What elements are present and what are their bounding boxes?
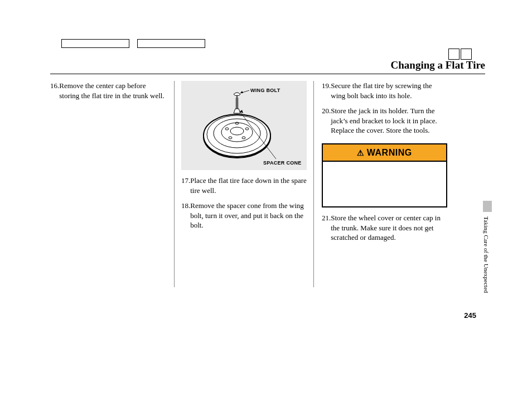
placeholder-box [61,39,129,48]
column-1: 16. Remove the center cap before storing… [50,81,174,287]
tire-diagram-svg [181,81,307,170]
warning-body [323,162,446,206]
header-placeholders [61,39,485,49]
step-text: Secure the flat tire by screwing the win… [331,81,447,100]
step-18: 18. Remove the spacer cone from the wing… [181,201,307,230]
step-text: Store the wheel cover or center cap in t… [331,213,447,243]
warning-label: WARNING [367,148,412,157]
placeholder-box [137,39,205,48]
manual-page: Changing a Flat Tire 16. Remove the cent… [50,39,485,287]
step-17: 17. Place the flat tire face down in the… [181,176,307,195]
step-number: 21. [322,213,331,243]
step-text: Remove the center cap before storing the… [59,81,167,100]
section-label: Taking Care of the Unexpected [483,216,490,293]
step-16: 16. Remove the center cap before storing… [50,81,167,100]
svg-marker-15 [240,91,243,93]
page-title: Changing a Flat Tire [50,59,485,74]
column-2: WING BOLT SPACER CONE 17. Place the flat… [174,81,314,287]
placeholder-square [461,49,472,60]
warning-heading: ⚠WARNING [323,144,446,162]
step-number: 16. [50,81,59,100]
warning-icon: ⚠ [357,148,365,158]
step-number: 18. [181,201,190,230]
page-number: 245 [464,311,476,320]
step-number: 17. [181,176,190,195]
column-3: 19. Secure the flat tire by screwing the… [314,81,447,287]
step-21: 21. Store the wheel cover or center cap … [322,213,447,243]
step-text: Store the jack in its holder. Turn the j… [331,106,447,136]
step-number: 20. [322,106,331,136]
step-19: 19. Secure the flat tire by screwing the… [322,81,447,100]
step-text: Place the flat tire face down in the spa… [190,176,307,195]
tire-diagram: WING BOLT SPACER CONE [181,81,307,170]
warning-box: ⚠WARNING [322,143,447,208]
figure-label-wing-bolt: WING BOLT [250,87,280,94]
step-20: 20. Store the jack in its holder. Turn t… [322,106,447,136]
side-tab [483,201,492,212]
corner-squares [447,49,472,62]
step-text: Remove the spacer cone from the wing bol… [190,201,307,230]
figure-label-spacer-cone: SPACER CONE [263,160,302,166]
step-number: 19. [322,81,331,100]
placeholder-square [448,49,460,60]
content-columns: 16. Remove the center cap before storing… [50,81,485,287]
